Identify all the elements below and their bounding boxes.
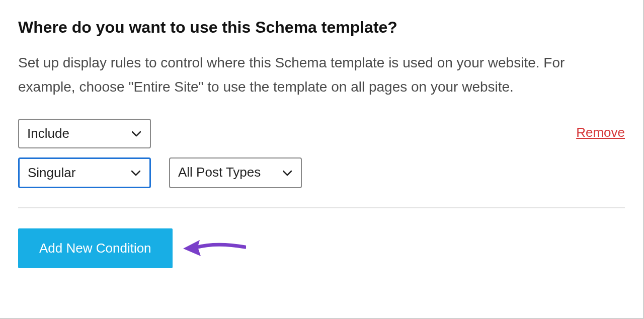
include-select-value: Include bbox=[27, 126, 69, 141]
scope-select-value: Singular bbox=[28, 165, 75, 180]
selects-group: Include Singular All Post Types bbox=[18, 119, 302, 188]
rule-row: Include Singular All Post Types bbox=[18, 119, 625, 188]
chevron-down-icon bbox=[132, 131, 141, 137]
include-select[interactable]: Include bbox=[18, 119, 151, 148]
remove-link[interactable]: Remove bbox=[576, 119, 625, 140]
chevron-down-icon bbox=[131, 170, 140, 176]
scope-select[interactable]: Singular bbox=[18, 157, 151, 188]
add-condition-button[interactable]: Add New Condition bbox=[18, 228, 173, 268]
arrow-annotation-icon bbox=[181, 236, 246, 261]
posttype-select[interactable]: All Post Types bbox=[169, 157, 302, 188]
divider bbox=[18, 207, 625, 208]
section-description: Set up display rules to control where th… bbox=[18, 51, 597, 99]
posttype-select-value: All Post Types bbox=[178, 165, 261, 180]
section-heading: Where do you want to use this Schema tem… bbox=[18, 18, 625, 37]
chevron-down-icon bbox=[283, 170, 292, 176]
